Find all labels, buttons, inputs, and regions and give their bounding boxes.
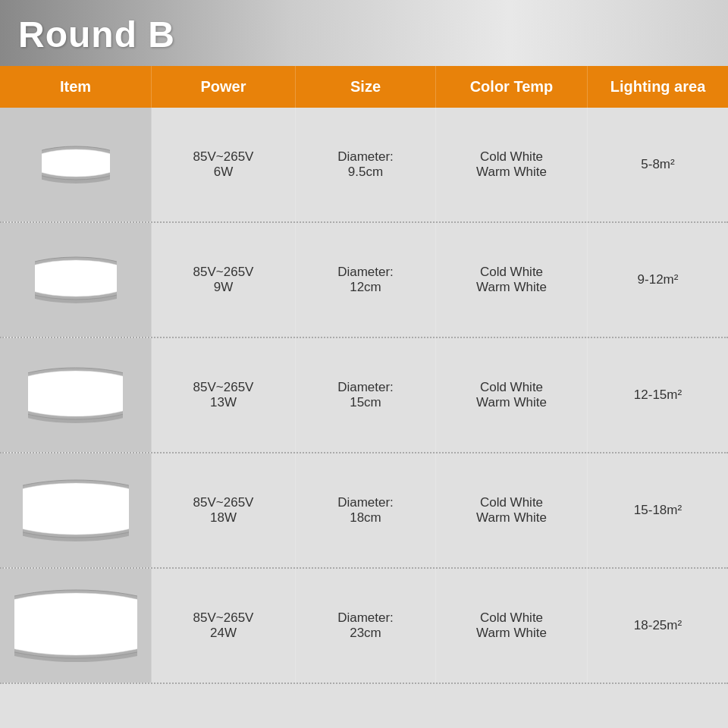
lighting-area-cell: 9-12m² [588,223,728,337]
table-header: Item Power Size Color Temp Lighting area [0,66,728,108]
col-power: Power [152,66,296,108]
svg-point-3 [49,155,91,164]
size-cell: Diameter: 12cm [296,223,436,337]
col-lighting-area: Lighting area [588,66,728,108]
color-temp-cell: Cold White Warm White [436,223,588,337]
power-cell: 85V~265V 18W [152,453,296,567]
col-size: Size [296,66,436,108]
item-cell [0,108,152,221]
light-fixture-image [6,114,145,215]
light-fixture-image [6,344,145,446]
size-cell: Diameter: 9.5cm [296,108,436,221]
page-title: Round B [18,14,175,55]
col-color-temp: Color Temp [436,66,588,108]
color-temp-cell: Cold White Warm White [436,108,588,221]
svg-point-19 [24,610,115,631]
svg-point-15 [32,496,108,514]
power-cell: 85V~265V 9W [152,223,296,337]
lighting-area-cell: 18-25m² [588,569,728,682]
color-temp-cell: Cold White Warm White [436,453,588,567]
table-row: 85V~265V 24WDiameter: 23cmCold White War… [0,569,728,684]
item-cell [0,569,152,682]
table-row: 85V~265V 18WDiameter: 18cmCold White War… [0,453,728,569]
lighting-area-cell: 12-15m² [588,338,728,452]
svg-point-11 [36,381,103,398]
table-row: 85V~265V 13WDiameter: 15cmCold White War… [0,338,728,453]
table-body: 85V~265V 6WDiameter: 9.5cmCold White War… [0,108,728,728]
svg-point-7 [42,268,97,281]
size-cell: Diameter: 18cm [296,453,436,567]
power-cell: 85V~265V 13W [152,338,296,452]
size-cell: Diameter: 23cm [296,569,436,682]
item-cell [0,223,152,337]
light-fixture-image [6,575,145,676]
lighting-area-cell: 5-8m² [588,108,728,221]
header: Round B [0,0,728,66]
col-item: Item [0,66,152,108]
size-cell: Diameter: 15cm [296,338,436,452]
color-temp-cell: Cold White Warm White [436,569,588,682]
page-wrapper: Round B Item Power Size Color Temp Light… [0,0,728,728]
color-temp-cell: Cold White Warm White [436,338,588,452]
table-row: 85V~265V 6WDiameter: 9.5cmCold White War… [0,108,728,223]
light-fixture-image [6,229,145,331]
item-cell [0,338,152,452]
power-cell: 85V~265V 6W [152,108,296,221]
light-fixture-image [6,460,145,561]
power-cell: 85V~265V 24W [152,569,296,682]
item-cell [0,453,152,567]
lighting-area-cell: 15-18m² [588,453,728,567]
table-row: 85V~265V 9WDiameter: 12cmCold White Warm… [0,223,728,338]
